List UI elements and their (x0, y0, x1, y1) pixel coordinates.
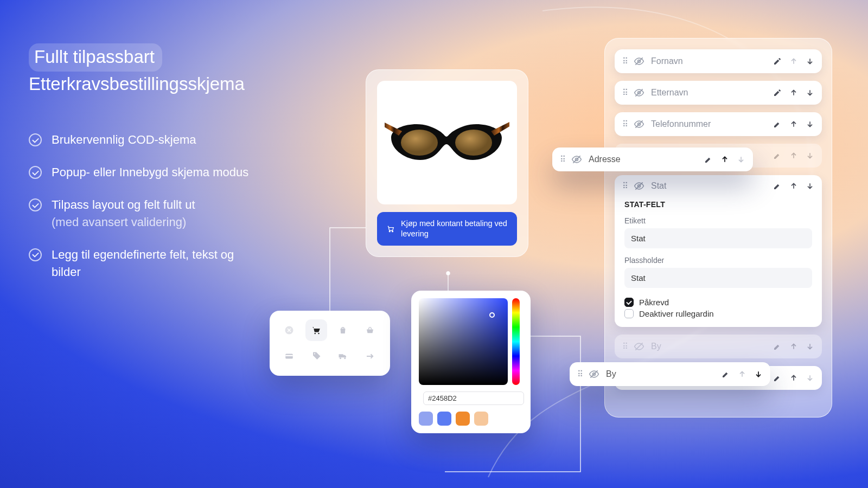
swatch-row (419, 412, 523, 426)
icon-option-tag[interactable] (305, 345, 327, 367)
move-up-icon[interactable] (789, 120, 798, 129)
check-icon (29, 198, 42, 211)
svg-point-11 (314, 353, 315, 354)
icon-picker-card (270, 311, 390, 376)
checkbox-label: Påkrevd (639, 298, 669, 307)
svg-point-13 (344, 357, 346, 359)
swatch-option[interactable] (419, 412, 433, 426)
dragging-field-row-adresse[interactable]: ⠿ Adresse (552, 147, 753, 171)
page-title: Fullt tilpassbart Etterkravsbestillingss… (29, 43, 258, 97)
editor-section-title: STAT-FELT (624, 200, 812, 209)
feature-text: Legg til egendefinerte felt, tekst og bi… (52, 246, 258, 281)
field-row-telefonnummer[interactable]: ⠿ Telefonnummer (615, 112, 822, 136)
feature-text: Brukervennlig COD-skjema (52, 131, 196, 149)
visibility-icon[interactable] (634, 56, 644, 67)
product-preview-card: Kjøp med kontant betaling ved levering (366, 69, 528, 257)
svg-point-3 (455, 130, 492, 156)
icon-option-bag[interactable] (332, 319, 354, 341)
dragging-field-row-by[interactable]: ⠿ By (570, 362, 770, 386)
drag-handle-icon[interactable]: ⠿ (622, 181, 627, 191)
visibility-icon[interactable] (634, 181, 644, 191)
edit-icon[interactable] (773, 374, 782, 382)
checkbox-label: Deaktiver rullegardin (639, 309, 714, 318)
drag-handle-icon[interactable]: ⠿ (577, 369, 582, 379)
field-label: Adresse (589, 155, 698, 164)
edit-icon[interactable] (773, 120, 782, 129)
edit-icon[interactable] (722, 370, 730, 378)
icon-option-none[interactable] (278, 319, 300, 341)
icon-option-arrow[interactable] (359, 345, 381, 367)
drag-handle-icon[interactable]: ⠿ (622, 56, 627, 66)
checkbox-unchecked-icon[interactable] (624, 309, 634, 318)
field-editor-stat: ⠿ Stat STAT-FELT Etikett Plassholder Påk… (615, 175, 822, 327)
edit-icon[interactable] (773, 182, 782, 190)
input-label-etikett: Etikett (624, 216, 812, 225)
saturation-box[interactable] (419, 298, 508, 385)
hex-input[interactable] (423, 391, 524, 405)
edit-icon[interactable] (704, 155, 713, 164)
move-down-icon[interactable] (806, 374, 814, 382)
form-builder-panel: ⠿ Fornavn ⠿ Etternavn ⠿ Telefonnummer ⠿ (604, 38, 832, 418)
move-down-icon (806, 151, 814, 160)
edit-icon (773, 151, 782, 160)
move-up-icon (789, 342, 798, 351)
disable-dropdown-checkbox-row[interactable]: Deaktiver rullegardin (624, 309, 812, 318)
visibility-icon[interactable] (634, 87, 644, 98)
swatch-option[interactable] (437, 412, 451, 426)
drag-handle-icon[interactable]: ⠿ (560, 155, 565, 164)
move-down-icon[interactable] (754, 370, 763, 378)
plassholder-input[interactable] (624, 268, 812, 288)
feature-item: Legg til egendefinerte felt, tekst og bi… (29, 246, 258, 281)
svg-point-2 (401, 130, 438, 156)
visibility-icon[interactable] (589, 369, 599, 380)
move-up-icon[interactable] (789, 374, 798, 382)
feature-item: Popup- eller Innebygd skjema modus (29, 164, 258, 181)
visibility-icon[interactable] (571, 154, 582, 165)
icon-option-basket[interactable] (359, 319, 381, 341)
product-image (377, 81, 517, 204)
checkbox-checked-icon[interactable] (624, 298, 634, 307)
hue-slider[interactable] (512, 298, 520, 385)
feature-text: Popup- eller Innebygd skjema modus (52, 164, 248, 181)
move-down-icon[interactable] (806, 120, 814, 129)
icon-option-truck[interactable] (332, 345, 354, 367)
etikett-input[interactable] (624, 228, 812, 248)
svg-point-12 (340, 357, 341, 359)
move-up-icon[interactable] (789, 88, 798, 97)
feature-item: Tilpass layout og felt fullt ut (med ava… (29, 196, 258, 231)
move-down-icon[interactable] (806, 88, 814, 97)
drag-handle-icon[interactable]: ⠿ (622, 119, 627, 129)
edit-icon[interactable] (773, 88, 782, 97)
edit-icon[interactable] (773, 57, 782, 66)
move-down-icon (806, 342, 814, 351)
move-down-icon[interactable] (737, 155, 745, 164)
field-row-fornavn[interactable]: ⠿ Fornavn (615, 49, 822, 73)
field-label: Fornavn (651, 56, 767, 66)
swatch-option[interactable] (474, 412, 488, 426)
field-row-by-ghost: ⠿ By (615, 335, 822, 358)
svg-point-5 (392, 231, 393, 232)
svg-point-4 (389, 231, 390, 232)
buy-cod-button[interactable]: Kjøp med kontant betaling ved levering (377, 212, 517, 246)
visibility-icon[interactable] (634, 119, 644, 130)
saturation-cursor[interactable] (489, 312, 495, 318)
field-label: Etternavn (651, 88, 767, 98)
title-highlight: Fullt tilpassbart (29, 43, 162, 72)
move-up-icon[interactable] (738, 370, 746, 378)
move-down-icon[interactable] (806, 57, 814, 66)
move-up-icon[interactable] (789, 182, 798, 190)
feature-subtext: (med avansert validering) (52, 215, 186, 229)
icon-option-card[interactable] (278, 345, 300, 367)
move-up-icon[interactable] (789, 57, 798, 66)
icon-option-cart[interactable] (305, 319, 327, 341)
required-checkbox-row[interactable]: Påkrevd (624, 298, 812, 307)
move-up-icon[interactable] (720, 155, 729, 164)
field-label: By (651, 342, 767, 351)
drag-handle-icon[interactable]: ⠿ (622, 88, 627, 98)
visibility-icon (634, 341, 644, 352)
move-down-icon[interactable] (806, 182, 814, 190)
field-row-etternavn[interactable]: ⠿ Etternavn (615, 81, 822, 105)
field-label: By (606, 369, 715, 379)
swatch-option[interactable] (456, 412, 470, 426)
title-rest: Etterkravsbestillingsskjema (29, 74, 245, 94)
